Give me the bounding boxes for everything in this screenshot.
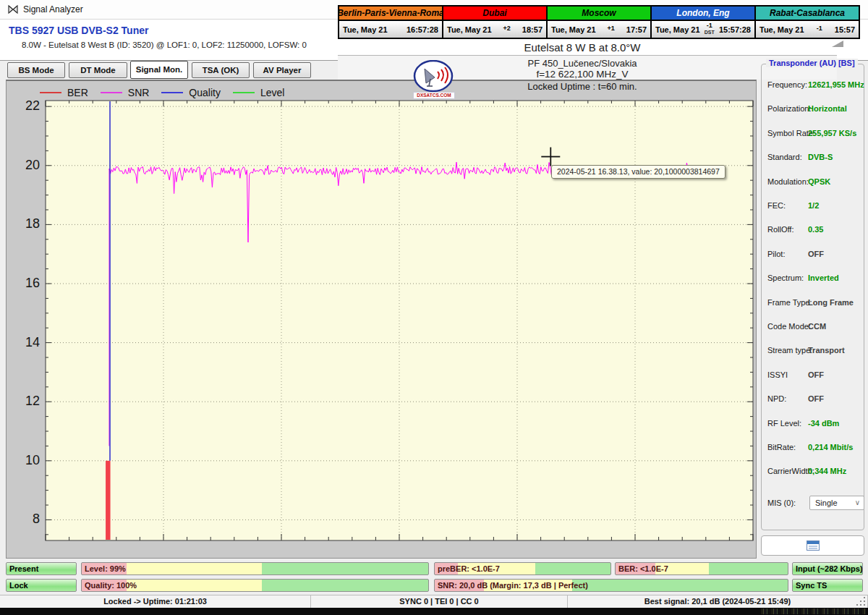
signal-analyzer-window: Signal Analyzer TBS 5927 USB DVB-S2 Tune… (0, 0, 868, 615)
legend-item-ber: BER (40, 87, 88, 98)
legend-label: SNR (128, 87, 150, 98)
legend-line-swatch (40, 92, 61, 93)
y-tick-label: 14 (14, 335, 40, 350)
mis-row: MIS (0): Single ∨ (767, 499, 861, 507)
transponder-row-value: DVB-S (808, 153, 833, 161)
uptime-label: Locked Uptime : t=60 min. (434, 81, 731, 92)
clock-city-label: Rabat-Casablanca (754, 5, 860, 21)
clock-dst-flag: DST (700, 30, 719, 35)
mis-dropdown[interactable]: Single ∨ (809, 496, 864, 510)
tab-av-player[interactable]: AV Player (253, 62, 311, 78)
clock-time-row: Tue, May 21+117:57 (546, 21, 652, 39)
resize-grip[interactable] (858, 598, 865, 606)
transponder-row-label: Frame Type: (767, 298, 812, 307)
transponder-row: Stream type:Transport (767, 346, 861, 355)
tab-signal-mon-[interactable]: Signal Mon. (130, 61, 188, 79)
clock-city-label: London, Eng (650, 5, 756, 21)
clock-column: MoscowTue, May 21+117:57 (546, 5, 652, 39)
transponder-row-label: ISSYI (767, 370, 788, 379)
transponder-row-label: Standard: (767, 153, 802, 161)
indicator-quality: Quality: 100% (81, 579, 429, 592)
legend-line-swatch (101, 92, 122, 93)
clock-utc-offset: +1 (596, 27, 626, 33)
transponder-row: Symbol Rate:255,957 KS/s (767, 129, 861, 137)
transponder-row-value: Inverted (808, 273, 839, 282)
transponder-row-label: Spectrum: (767, 273, 804, 282)
tab-tsa-ok-[interactable]: TSA (OK) (192, 62, 250, 78)
dxsatcs-logo-text: DXSATCS.COM (413, 92, 455, 99)
clock-date: Tue, May 21 (343, 25, 388, 34)
clock-time-value: 18:57 (522, 25, 542, 34)
transponder-row: Pilot:OFF (767, 250, 861, 258)
clock-column: Berlin-Paris-Vienna-RomaTue, May 2116:57… (338, 5, 443, 39)
tab-dt-mode[interactable]: DT Mode (69, 62, 127, 78)
transponder-row-label: FEC: (767, 201, 786, 210)
ber-lock-bar (106, 461, 111, 540)
window-title: Signal Analyzer (23, 4, 83, 14)
taskbar-strip (0, 608, 868, 615)
status-segment: Best signal: 20,1 dB (2024-05-21 15:49) (568, 595, 868, 608)
indicator-level: Level: 99% (81, 562, 429, 575)
y-tick-label: 18 (14, 216, 40, 232)
legend-label: Quality (189, 87, 221, 98)
clock-utc-offset: -1 (804, 27, 835, 33)
indicator-preber: preBER: <1.0E-7 (434, 562, 611, 575)
site-label: PF 450_Lučenec/Slovakia (434, 58, 731, 69)
chevron-down-icon: ∨ (855, 496, 860, 509)
tab-bs-mode[interactable]: BS Mode (7, 62, 65, 78)
y-tick-label: 10 (14, 453, 40, 468)
transponder-row-value: OFF (808, 250, 824, 258)
y-tick-label: 20 (14, 158, 40, 173)
transponder-row: Modulation:QPSK (767, 177, 861, 186)
app-antenna-icon (7, 4, 19, 18)
indicator-present: Present (6, 562, 77, 575)
clock-date: Tue, May 21 (551, 25, 596, 34)
transponder-row-label: Modulation: (767, 177, 809, 186)
transponder-row-label: Pilot: (767, 250, 785, 258)
clock-offset-value: +2 (492, 25, 522, 31)
signal-plot[interactable] (7, 81, 757, 560)
clock-time-value: 16:57:28 (407, 25, 438, 34)
transponder-row-value: 0.35 (808, 225, 823, 234)
transponder-row-label: RF Level: (767, 419, 801, 428)
indicator-sync-ts: Sync TS (792, 579, 863, 592)
legend-label: BER (67, 87, 88, 98)
clock-column: Rabat-CasablancaTue, May 21-115:57 (754, 5, 860, 39)
indicator-snr: SNR: 20,0 dB (Margin: 17,3 dB | Perfect) (434, 579, 788, 592)
transponder-row-value: 12621,955 MHz (808, 80, 864, 89)
transponder-row: CarrierWidth:0,344 MHz (767, 467, 861, 475)
legend-line-swatch (161, 92, 183, 93)
world-clocks: Berlin-Paris-Vienna-RomaTue, May 2116:57… (338, 5, 860, 39)
clock-date: Tue, May 21 (447, 25, 492, 34)
list-icon (807, 540, 820, 551)
transponder-row-value: 1/2 (808, 201, 819, 210)
transponder-row-value: OFF (808, 370, 824, 379)
clock-time-row: Tue, May 21-1DST15:57:28 (650, 21, 756, 39)
clock-resize-triangle (832, 41, 843, 47)
clock-city-label: Moscow (546, 5, 652, 21)
transponder-row: FEC:1/2 (767, 201, 861, 210)
transponder-row-label: Code Mode: (767, 322, 811, 331)
clock-utc-offset: +2 (492, 27, 522, 33)
transponder-row-value: Transport (808, 346, 845, 355)
chart-legend: BERSNRQualityLevel (40, 85, 284, 101)
legend-label: Level (260, 87, 284, 98)
legend-item-level: Level (233, 87, 284, 98)
transponder-row-label: BitRate: (767, 443, 796, 451)
transponder-row-value: 0,214 Mbit/s (808, 443, 853, 451)
y-tick-label: 16 (14, 276, 40, 291)
clock-city-label: Dubai (442, 5, 548, 21)
taskbar-tray-pixels (761, 608, 866, 614)
transponder-row: Code Mode:CCM (767, 322, 861, 331)
clock-date: Tue, May 21 (760, 25, 804, 34)
clock-offset-value: -1 (700, 22, 719, 28)
signal-monitor-chart[interactable]: BERSNRQualityLevel 222018161412108 (6, 80, 757, 559)
transponder-row-value: QPSK (808, 177, 830, 186)
ts-list-button[interactable] (761, 535, 864, 556)
clock-time-value: 15:57 (835, 25, 855, 34)
clock-time-value: 15:57:28 (719, 25, 751, 34)
transponder-row-label: Frequency: (767, 80, 807, 89)
transponder-row-label: Stream type: (767, 346, 812, 355)
clock-utc-offset: -1DST (700, 24, 719, 35)
tuner-detail: 8.0W - Eutelsat 8 West B (ID: 3520) @ LO… (22, 41, 307, 49)
